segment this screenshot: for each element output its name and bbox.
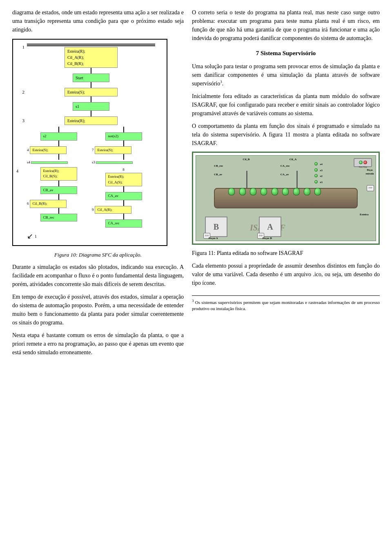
- footnote-text: Os sistemas supervisórios permitem que s…: [192, 299, 380, 311]
- step-num-1: 1: [16, 43, 24, 51]
- question-box-3: ???: [367, 185, 374, 191]
- step7a-box: Cil_B(R);: [30, 200, 67, 208]
- s2-label: s2: [320, 174, 323, 179]
- s3-box: [96, 161, 133, 164]
- pecas-a-label: Peças A: [209, 236, 218, 241]
- arrow-down-icon: ↙: [27, 231, 33, 242]
- cil-b-label: Cil_B: [243, 157, 249, 162]
- step-num-2: 2: [16, 88, 24, 96]
- s4-label: s4: [27, 160, 30, 165]
- cb-av-label: CB_av: [214, 172, 222, 177]
- step-4-num: 4: [27, 147, 29, 153]
- intro-paragraph: diagrama de estados, onde um estado repr…: [12, 8, 184, 34]
- right-para4: Cada elemento possui a propriedade de as…: [192, 261, 380, 287]
- step7b-box: Cil_A(R);: [95, 206, 131, 214]
- left-column: diagrama de estados, onde um estado repr…: [12, 8, 184, 361]
- pecas-b-label: Peças B: [263, 236, 272, 241]
- ca-rec-label: CA_rec: [281, 164, 290, 168]
- step1-box: Esteira(R);Cil_A(R);Cil_B(R);: [65, 47, 118, 68]
- step-7-num: 7: [92, 147, 94, 153]
- para-errors: Nesta etapa é bastante comum os erros de…: [12, 331, 184, 357]
- cil-a-label: Cil_A: [290, 157, 297, 162]
- start-label: Start: [73, 74, 109, 82]
- figure-11-text: Planta editada no software ISAGRAF: [217, 250, 303, 256]
- right-column: O correto seria o teste do programa na p…: [192, 8, 380, 361]
- figure-10-caption: Figura 10: Diagrama SFC da aplicação.: [12, 251, 184, 259]
- not-s2-label: not(s2): [105, 132, 142, 141]
- para-simulation: Durante a simulação os estados são plota…: [12, 263, 184, 288]
- step-num-3: 3: [16, 116, 24, 124]
- sfc-diagram: 1 Esteira(R);Cil_A(R);Cil_B(R); Start: [12, 39, 167, 246]
- step5-box: Esteira(S);: [95, 146, 131, 154]
- footnote: 3 Os sistemas supervisórios permitem que…: [192, 298, 380, 312]
- step-6-left-num: 6: [27, 201, 29, 207]
- e1-label: e1: [320, 180, 323, 185]
- step4-box: Esteira(S);: [30, 146, 67, 154]
- isagraf-figure: Cil_B Cil_A CB_rec CA_rec CB_av CA_av s4…: [192, 152, 380, 245]
- right-para1: Uma solução para testar o programa sem p…: [192, 62, 380, 88]
- step6a-box: Esteira(R);Cil_B(S);: [40, 167, 77, 181]
- right-intro: O correto seria o teste do programa na p…: [192, 8, 380, 42]
- s3-label: s3: [92, 160, 95, 165]
- carec-box: CA_rec: [105, 219, 142, 228]
- para-execution: Em tempo de execução é possível, através…: [12, 293, 184, 327]
- s1-label: s1: [73, 102, 109, 111]
- step2-box: Esteira(S);: [65, 88, 118, 96]
- step-8-num: 8: [122, 167, 125, 173]
- step3-box: Esteira(R);: [65, 116, 118, 125]
- step-6-num: 4: [16, 167, 24, 228]
- cbav-box: CB_av: [40, 186, 77, 194]
- figure-11-caption: Figura 11: Planta editada no software IS…: [192, 249, 380, 257]
- s4-label: s4: [320, 162, 323, 167]
- ca-av-label: CA_av: [281, 172, 289, 177]
- footnote-section: 3 Os sistemas supervisórios permitem que…: [192, 295, 380, 312]
- cbrec-box: CB_rec: [40, 214, 77, 222]
- footnote-num: 3: [192, 299, 194, 303]
- start-stop-btn: Start Stop: [354, 158, 372, 167]
- cb-rec-label: CB_rec: [214, 164, 223, 168]
- section-7-title: 7 Sistema Supervisório: [192, 49, 380, 58]
- s4-box: [31, 161, 68, 164]
- caav-box: CA_av: [105, 192, 142, 200]
- right-para3: O comportamento da planta em função dos …: [192, 122, 380, 147]
- s3-label: s3: [320, 168, 323, 173]
- s2-label: s2: [40, 132, 77, 141]
- step6b-box: Esteira(R);Cil_A(S);: [105, 173, 142, 186]
- esteira-label: Esteira: [360, 212, 368, 217]
- pecas-entrada-label: Peçasentrada: [366, 168, 374, 176]
- right-para2: Inicialmente fora editado as característ…: [192, 92, 380, 118]
- step-9-num: 9: [92, 207, 94, 213]
- loop-num: 1: [35, 233, 37, 239]
- isagraf-image: Cil_B Cil_A CB_rec CA_rec CB_av CA_av s4…: [196, 155, 376, 241]
- figure-11-label: Figura 11:: [192, 250, 215, 256]
